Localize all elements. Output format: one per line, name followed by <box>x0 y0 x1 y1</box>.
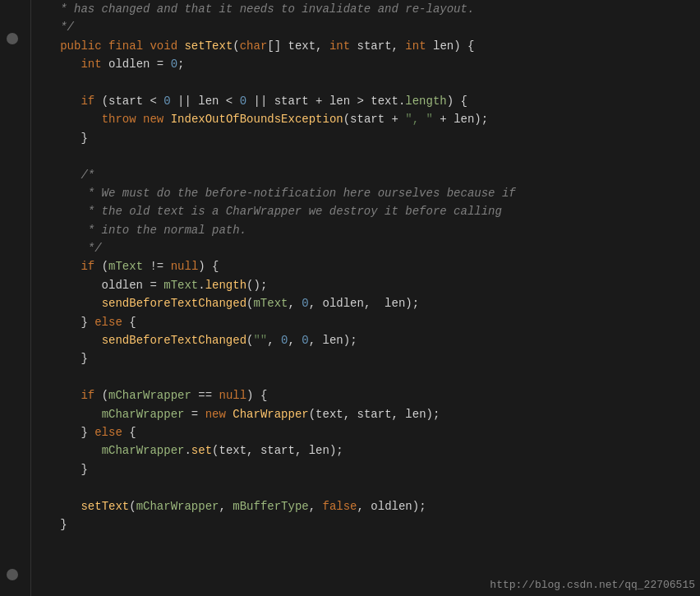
table-row: if ( mText != null ) { <box>39 257 700 275</box>
code-token: . <box>198 276 205 294</box>
code-token: ( <box>246 294 253 312</box>
table-row: int oldlen = 0 ; <box>39 55 700 73</box>
gutter-icon-2[interactable] <box>7 569 18 580</box>
table-row: setText ( mCharWrapper , mBufferType , f… <box>39 497 700 515</box>
code-content: * has changed and that it needs to inval… <box>31 0 700 596</box>
code-token: if <box>81 257 94 275</box>
code-token: length <box>205 276 246 294</box>
code-token: null <box>219 386 246 404</box>
table-row: * We must do the before-notification her… <box>39 184 700 202</box>
code-token: ; <box>177 55 184 73</box>
code-editor: * has changed and that it needs to inval… <box>0 0 700 596</box>
table-row <box>39 478 700 497</box>
code-token: * into the normal path. <box>39 221 246 239</box>
code-token: mBufferType <box>233 497 308 515</box>
code-token: else <box>94 313 122 331</box>
code-token <box>39 405 102 423</box>
code-token: 0 <box>171 55 177 73</box>
code-token: 0 <box>240 92 246 110</box>
code-token: null <box>171 257 199 275</box>
code-token: IndexOutOfBoundsException <box>171 110 343 128</box>
code-token <box>39 294 102 312</box>
table-row: sendBeforeTextChanged ( "" , 0 , 0 , len… <box>39 331 700 349</box>
code-token <box>39 257 81 275</box>
code-token: , <box>288 294 302 312</box>
code-token: = <box>184 405 205 423</box>
code-token: char <box>240 37 268 55</box>
code-token: mCharWrapper <box>136 497 219 515</box>
code-token: 0 <box>281 331 288 349</box>
code-token: , <box>219 497 233 515</box>
code-token: else <box>94 423 122 441</box>
code-token: void <box>150 37 177 55</box>
table-row: throw new IndexOutOfBoundsException (sta… <box>39 110 700 128</box>
code-token: public <box>39 37 102 55</box>
table-row: * the old text is a CharWrapper we destr… <box>39 202 700 220</box>
code-token: ( <box>246 331 253 349</box>
code-token: if <box>81 386 94 404</box>
code-token: mCharWrapper <box>102 405 185 423</box>
code-token: } <box>39 349 88 367</box>
code-token: * the old text is a CharWrapper we destr… <box>39 202 502 220</box>
code-token: ", " <box>405 110 433 128</box>
code-token: mText <box>108 257 143 275</box>
code-token <box>39 331 102 349</box>
code-token: { <box>122 313 136 331</box>
gutter-icon-1[interactable] <box>7 33 18 44</box>
table-row: mCharWrapper = new CharWrapper (text, st… <box>39 405 700 423</box>
code-token: ( <box>233 37 239 55</box>
code-token: sendBeforeTextChanged <box>102 294 246 312</box>
code-token: ( <box>94 257 108 275</box>
code-token <box>226 405 233 423</box>
code-token: 0 <box>302 294 308 312</box>
code-token <box>143 37 150 55</box>
code-token: mCharWrapper <box>108 386 191 404</box>
code-token <box>39 497 81 515</box>
table-row <box>39 74 700 92</box>
code-token: "" <box>253 331 267 349</box>
code-token <box>39 110 102 128</box>
code-token: * We must do the before-notification her… <box>39 184 516 202</box>
code-token: } <box>39 129 88 147</box>
code-token: { <box>122 423 136 441</box>
code-token: CharWrapper <box>233 405 308 423</box>
code-token: } <box>39 423 94 441</box>
code-token: (text, start, len); <box>212 441 343 460</box>
code-token: int <box>81 55 101 73</box>
table-row: oldlen = mText . length (); <box>39 276 700 294</box>
code-token: (start + <box>343 110 406 128</box>
code-token: (text, start, len); <box>309 405 440 423</box>
code-token: new <box>205 405 226 423</box>
table-row: } <box>39 349 700 367</box>
code-token: ) { <box>198 257 219 275</box>
table-row: * has changed and that it needs to inval… <box>39 0 700 18</box>
table-row: if (start < 0 || len < 0 || start + len … <box>39 92 700 110</box>
code-token: ) { <box>447 92 467 110</box>
code-token: (); <box>246 276 267 294</box>
table-row: * into the normal path. <box>39 221 700 239</box>
code-token <box>39 55 81 73</box>
code-token: (start < <box>94 92 163 110</box>
code-token: ( <box>129 497 136 515</box>
gutter <box>0 0 31 596</box>
code-token <box>39 441 102 460</box>
code-token: , <box>267 331 281 349</box>
code-token: || len < <box>171 92 240 110</box>
url-text: http://blog.csdn.net/qq_22706515 <box>490 579 695 591</box>
code-token: , <box>288 331 302 349</box>
table-row: } <box>39 460 700 478</box>
table-row: */ <box>39 239 700 257</box>
code-token: mText <box>163 276 198 294</box>
code-token: start, <box>350 37 405 55</box>
code-token: if <box>81 92 94 110</box>
table-row: public final void setText ( char [] text… <box>39 37 700 55</box>
table-row: } else { <box>39 313 700 331</box>
code-token: oldlen = <box>39 276 163 294</box>
code-token: sendBeforeTextChanged <box>102 331 246 349</box>
table-row <box>39 368 700 386</box>
code-token: 0 <box>302 331 308 349</box>
code-token: */ <box>39 18 74 36</box>
code-token: , len); <box>309 331 357 349</box>
code-token <box>39 92 81 110</box>
url-bar: http://blog.csdn.net/qq_22706515 <box>485 575 700 596</box>
